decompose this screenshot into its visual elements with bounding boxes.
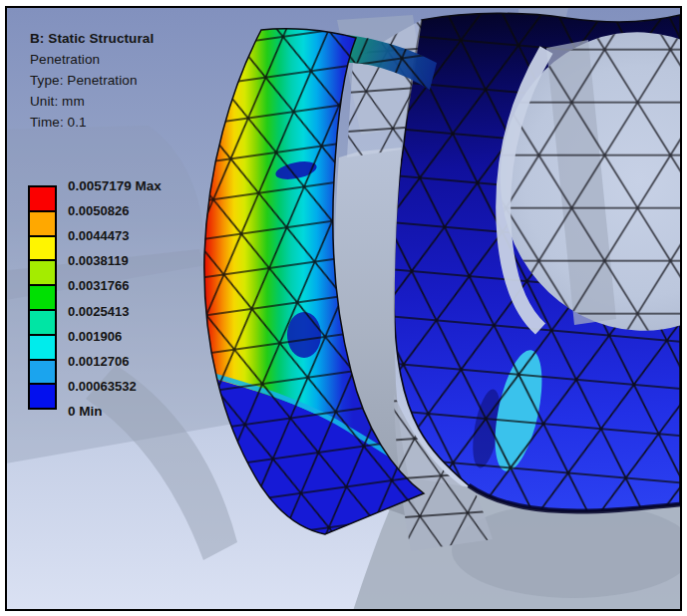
legend-label: 0.0038119 — [68, 253, 129, 268]
legend-label: 0 Min — [68, 403, 103, 418]
legend-label: 0.00063532 — [68, 378, 137, 393]
result-info-block: B: Static Structural Penetration Type: P… — [30, 28, 154, 133]
legend-color-swatch — [30, 361, 55, 384]
legend-color-swatch — [30, 336, 55, 359]
legend-label: 0.0044473 — [68, 228, 129, 243]
result-unit: Unit: mm — [30, 91, 154, 112]
legend-color-bar — [28, 185, 57, 410]
legend-label: 0.0057179 Max — [68, 178, 162, 193]
legend-color-swatch — [30, 261, 55, 284]
contour-legend[interactable]: 0.0057179 Max0.00508260.00444730.0038119… — [28, 185, 217, 411]
legend-label: 0.0050826 — [68, 203, 129, 218]
legend-label: 0.0025413 — [68, 303, 129, 318]
result-type: Type: Penetration — [30, 70, 154, 91]
legend-color-swatch — [30, 385, 55, 408]
graphics-viewport[interactable]: B: Static Structural Penetration Type: P… — [5, 6, 682, 611]
legend-label: 0.0012706 — [68, 353, 129, 368]
legend-color-swatch — [30, 237, 55, 260]
result-name: Penetration — [30, 49, 154, 70]
legend-color-swatch — [30, 187, 55, 210]
legend-label: 0.001906 — [68, 328, 122, 343]
legend-color-swatch — [30, 311, 55, 334]
legend-color-swatch — [30, 286, 55, 309]
legend-label: 0.0031766 — [68, 278, 129, 293]
screenshot-frame: B: Static Structural Penetration Type: P… — [0, 0, 687, 616]
analysis-title: B: Static Structural — [30, 28, 154, 49]
result-time: Time: 0.1 — [30, 112, 154, 133]
legend-color-swatch — [30, 212, 55, 235]
